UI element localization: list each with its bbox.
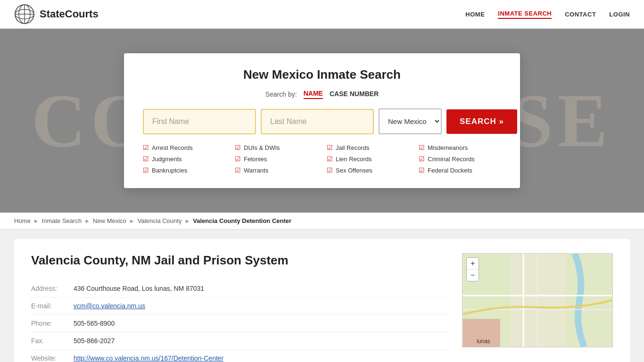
logo-icon [14,4,35,25]
check-label: Felonies [244,156,267,163]
map-zoom-out[interactable]: − [467,270,479,281]
check-label: DUIs & DWIs [244,144,280,151]
map-svg: lunas [462,254,612,347]
logo-text: StateCourts [40,8,99,20]
email-row: E-mail: vcm@co.valencia.nm.us [31,297,448,315]
check-label: Jail Records [336,144,370,151]
check-criminal-records: ☑ Criminal Records [419,154,501,164]
info-table: Address: 436 Courthouse Road, Los lunas,… [31,280,448,362]
breadcrumb-inmate-search[interactable]: Inmate Search [42,217,82,224]
search-card-title: New Mexico Inmate Search [143,67,501,82]
tab-case-number[interactable]: CASE NUMBER [330,90,379,99]
check-felonies: ☑ Felonies [235,154,317,164]
check-label: Misdemeanors [428,144,468,151]
check-federal-dockets: ☑ Federal Dockets [419,165,501,175]
check-lien-records: ☑ Lien Records [327,154,409,164]
checkmark-icon: ☑ [143,155,149,163]
email-value: vcm@co.valencia.nm.us [74,297,448,315]
search-by-row: Search by: NAME CASE NUMBER [143,90,501,99]
logo[interactable]: StateCourts [14,4,99,25]
checkmark-icon: ☑ [327,144,333,151]
map-area: lunas + − [462,253,613,362]
nav-contact[interactable]: CONTACT [565,11,596,18]
content-card: Valencia County, NM Jail and Prison Syst… [14,239,630,362]
map-zoom-in[interactable]: + [467,258,479,270]
address-value: 436 Courthouse Road, Los lunas, NM 87031 [74,280,448,297]
checkmark-icon: ☑ [419,166,425,174]
breadcrumb-sep-1: ► [33,218,39,224]
nav-login[interactable]: LOGIN [609,11,630,18]
check-misdemeanors: ☑ Misdemeanors [419,143,501,152]
fax-value: 505-866-2027 [74,332,448,350]
email-link[interactable]: vcm@co.valencia.nm.us [74,302,145,310]
nav-home[interactable]: HOME [465,11,485,18]
check-warrants: ☑ Warrants [235,165,317,175]
checkmark-icon: ☑ [419,155,425,163]
fax-label: Fax: [31,332,74,350]
checks-grid: ☑ Arrest Records ☑ DUIs & DWIs ☑ Jail Re… [143,143,501,175]
checkmark-icon: ☑ [419,144,425,151]
search-fields-row: New Mexico SEARCH » [143,108,501,134]
search-by-label: Search by: [265,90,297,98]
address-label: Address: [31,280,74,297]
breadcrumb: Home ► Inmate Search ► New Mexico ► Vale… [0,213,644,230]
phone-value: 505-565-8900 [74,315,448,332]
check-arrest-records: ☑ Arrest Records [143,143,225,152]
check-label: Arrest Records [152,144,193,151]
checkmark-icon: ☑ [143,166,149,174]
header: StateCourts HOME INMATE SEARCH CONTACT L… [0,0,644,29]
state-select[interactable]: New Mexico [379,108,442,134]
hero-section: COURTHOUSE New Mexico Inmate Search Sear… [0,29,644,213]
search-button[interactable]: SEARCH » [446,109,517,134]
breadcrumb-sep-4: ► [184,218,190,224]
check-label: Warrants [244,167,268,174]
breadcrumb-valencia-county[interactable]: Valencia County [138,217,182,224]
checkmark-icon: ☑ [143,144,149,151]
checkmark-icon: ☑ [235,144,241,151]
check-judgments: ☑ Judgments [143,154,225,164]
svg-rect-7 [565,254,612,347]
svg-text:lunas: lunas [477,338,490,345]
breadcrumb-new-mexico[interactable]: New Mexico [93,217,126,224]
checkmark-icon: ☑ [327,166,333,174]
check-label: Sex Offenses [336,167,372,174]
nav-inmate-search[interactable]: INMATE SEARCH [498,10,552,19]
phone-row: Phone: 505-565-8900 [31,315,448,332]
breadcrumb-home[interactable]: Home [14,217,31,224]
check-label: Federal Dockets [428,167,472,174]
breadcrumb-current: Valencia County Detention Center [193,217,291,224]
check-sex-offenses: ☑ Sex Offenses [327,165,409,175]
breadcrumb-sep-3: ► [129,218,135,224]
last-name-input[interactable] [261,109,374,134]
checkmark-icon: ☑ [235,155,241,163]
map-zoom-controls: + − [466,257,479,281]
phone-label: Phone: [31,315,74,332]
check-duis-dwis: ☑ DUIs & DWIs [235,143,317,152]
tab-name[interactable]: NAME [304,90,323,99]
facility-info: Valencia County, NM Jail and Prison Syst… [31,253,448,362]
email-label: E-mail: [31,297,74,315]
check-label: Judgments [152,156,182,163]
checkmark-icon: ☑ [235,166,241,174]
nav: HOME INMATE SEARCH CONTACT LOGIN [465,10,630,19]
website-row: Website: http://www.co.valencia.nm.us/16… [31,350,448,362]
website-label: Website: [31,350,74,362]
website-value: http://www.co.valencia.nm.us/167/Detenti… [74,350,448,362]
map-placeholder: lunas + − [462,253,613,347]
first-name-input[interactable] [143,109,256,134]
check-label: Criminal Records [428,156,475,163]
checkmark-icon: ☑ [327,155,333,163]
search-card: New Mexico Inmate Search Search by: NAME… [124,53,520,188]
website-link[interactable]: http://www.co.valencia.nm.us/167/Detenti… [74,354,223,362]
check-label: Lien Records [336,156,372,163]
fax-row: Fax: 505-866-2027 [31,332,448,350]
check-label: Bankruptcies [152,167,187,174]
facility-title: Valencia County, NM Jail and Prison Syst… [31,253,448,268]
check-bankruptcies: ☑ Bankruptcies [143,165,225,175]
check-jail-records: ☑ Jail Records [327,143,409,152]
breadcrumb-sep-2: ► [84,218,90,224]
main-content: Valencia County, NM Jail and Prison Syst… [0,230,644,362]
address-row: Address: 436 Courthouse Road, Los lunas,… [31,280,448,297]
